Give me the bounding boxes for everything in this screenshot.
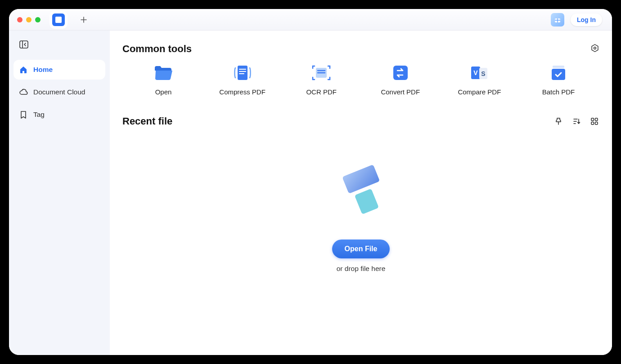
login-button[interactable]: Log In: [571, 13, 602, 26]
sidebar: Home Document Cloud Tag: [9, 31, 110, 355]
svg-rect-14: [595, 118, 598, 121]
tool-open[interactable]: Open: [125, 64, 202, 96]
tool-ocr[interactable]: OCR PDF: [283, 64, 360, 96]
titlebar: Log In: [9, 9, 612, 31]
compress-icon: [232, 64, 253, 82]
svg-text:S: S: [482, 70, 486, 77]
tool-label: Open: [155, 88, 172, 96]
recent-controls: [554, 116, 599, 126]
pin-icon: [554, 117, 563, 126]
svg-text:V: V: [474, 69, 478, 76]
device-frame: Log In Home Document: [0, 0, 621, 364]
sidebar-item-tag[interactable]: Tag: [14, 105, 105, 124]
common-tools-header: Common tools: [122, 43, 599, 55]
cloud-icon: [19, 88, 28, 97]
tool-label: Batch PDF: [542, 88, 575, 96]
tools-settings-button[interactable]: [590, 44, 599, 54]
app-window: Log In Home Document: [9, 9, 612, 355]
home-icon: [19, 65, 28, 74]
svg-point-3: [594, 47, 596, 49]
sort-icon: [572, 117, 581, 126]
recent-title: Recent file: [122, 115, 172, 127]
main-content: Common tools Open: [110, 31, 612, 355]
plus-icon: [80, 16, 87, 23]
batch-icon: [548, 64, 569, 82]
svg-rect-4: [238, 66, 248, 80]
svg-rect-1: [20, 41, 28, 48]
empty-illustration: [332, 159, 399, 226]
tool-label: Compare PDF: [458, 88, 501, 96]
home-tab[interactable]: [52, 13, 65, 26]
tool-convert[interactable]: Convert PDF: [362, 64, 439, 96]
sort-button[interactable]: [572, 116, 581, 126]
app-body: Home Document Cloud Tag Common tools: [9, 31, 612, 355]
convert-icon: [390, 64, 411, 82]
common-tools-title: Common tools: [122, 43, 192, 55]
minimize-window-button[interactable]: [26, 17, 32, 22]
bookmark-icon: [19, 110, 28, 119]
ocr-icon: [311, 64, 332, 82]
pin-button[interactable]: [554, 116, 563, 126]
gear-icon: [590, 44, 599, 53]
svg-rect-12: [552, 69, 565, 80]
sidebar-item-home[interactable]: Home: [14, 60, 105, 80]
tools-grid: Open Compress PDF OCR PDF: [122, 64, 599, 96]
compare-icon: VS: [469, 64, 490, 82]
svg-rect-19: [355, 189, 379, 215]
recent-header: Recent file: [122, 115, 599, 127]
sidebar-item-label: Home: [33, 66, 53, 74]
tool-batch[interactable]: Batch PDF: [520, 64, 597, 96]
gift-icon: [554, 16, 562, 24]
sidebar-item-label: Tag: [33, 111, 45, 119]
open-file-button[interactable]: Open File: [332, 240, 390, 258]
open-folder-icon: [153, 64, 174, 82]
svg-rect-18: [342, 164, 380, 194]
fullscreen-window-button[interactable]: [35, 17, 40, 22]
panel-collapse-icon: [19, 40, 28, 49]
app-logo-icon: [55, 17, 62, 23]
tool-compare[interactable]: VS Compare PDF: [441, 64, 518, 96]
promo-icon[interactable]: [551, 13, 564, 27]
sidebar-item-label: Document Cloud: [33, 88, 85, 96]
new-tab-button[interactable]: [77, 13, 90, 26]
sidebar-item-document-cloud[interactable]: Document Cloud: [14, 82, 105, 102]
drop-hint-text: or drop file here: [337, 265, 386, 273]
svg-rect-13: [591, 118, 594, 121]
tool-label: Convert PDF: [381, 88, 420, 96]
titlebar-right-group: Log In: [551, 13, 607, 27]
svg-rect-16: [595, 122, 598, 125]
window-controls: [14, 17, 40, 22]
titlebar-left-group: [14, 13, 90, 26]
collapse-sidebar-button[interactable]: [15, 37, 32, 52]
view-grid-button[interactable]: [590, 116, 599, 126]
empty-state: Open File or drop file here: [122, 159, 599, 273]
svg-rect-15: [591, 122, 594, 125]
tool-label: Compress PDF: [219, 88, 266, 96]
svg-rect-6: [393, 66, 408, 80]
close-window-button[interactable]: [17, 17, 22, 22]
tool-label: OCR PDF: [306, 88, 337, 96]
grid-icon: [590, 117, 598, 125]
svg-rect-11: [553, 66, 564, 68]
tool-compress[interactable]: Compress PDF: [204, 64, 281, 96]
